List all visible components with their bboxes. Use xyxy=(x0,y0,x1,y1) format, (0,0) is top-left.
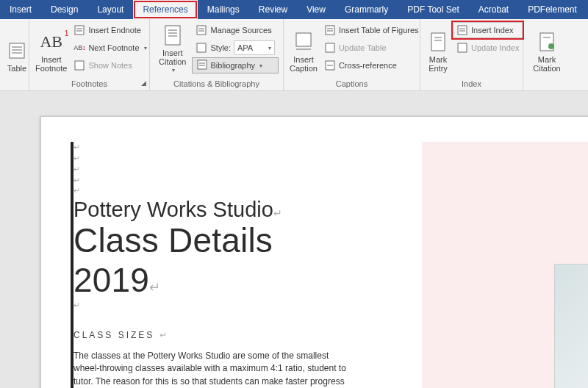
insert-table-of-figures-label: Insert Table of Figures xyxy=(339,26,419,35)
tab-layout[interactable]: Layout xyxy=(87,0,133,19)
next-footnote-label: Next Footnote xyxy=(88,43,139,52)
bibliography-icon xyxy=(197,60,207,71)
mark-citation-icon xyxy=(535,30,559,54)
update-index-label: Update Index xyxy=(471,43,519,52)
doc-title: Class Details 2019↵ xyxy=(74,220,360,300)
tab-references[interactable]: References xyxy=(133,0,197,19)
svg-rect-0 xyxy=(10,43,24,58)
show-notes-icon xyxy=(74,60,85,71)
group-title-captions: Captions xyxy=(284,78,420,90)
mark-citation-button[interactable]: Mark Citation xyxy=(528,22,566,73)
manage-sources-icon xyxy=(196,24,207,36)
citation-icon xyxy=(161,24,184,47)
cross-reference-label: Cross-reference xyxy=(339,61,397,70)
table-of-contents-icon xyxy=(5,39,29,62)
tab-insert[interactable]: Insert xyxy=(0,0,41,19)
svg-rect-7 xyxy=(75,61,84,70)
tab-mailings[interactable]: Mailings xyxy=(198,0,249,19)
svg-rect-30 xyxy=(458,26,467,35)
tab-review[interactable]: Review xyxy=(249,0,297,19)
insert-table-of-figures-button[interactable]: Insert Table of Figures xyxy=(320,22,423,38)
update-table-of-figures-label: Update Table xyxy=(339,43,387,52)
update-index-button[interactable]: Update Index xyxy=(453,40,523,56)
paragraph-marks: ↵↵↵↵↵ xyxy=(74,142,360,196)
vertical-gutter xyxy=(71,142,74,388)
tab-grammarly[interactable]: Grammarly xyxy=(335,0,398,19)
group-title-index: Index xyxy=(420,78,523,90)
insert-footnote-button[interactable]: AB1 Insert Footnote xyxy=(34,22,68,73)
update-table-of-figures-button[interactable]: Update Table xyxy=(320,40,423,56)
tab-design[interactable]: Design xyxy=(41,0,87,19)
cross-reference-icon xyxy=(324,60,336,71)
svg-rect-27 xyxy=(431,33,445,51)
tab-view[interactable]: View xyxy=(297,0,335,19)
update-table-label: Table xyxy=(7,64,26,73)
table-of-figures-icon xyxy=(324,24,336,36)
mark-entry-icon xyxy=(426,30,450,54)
group-title-toa xyxy=(523,78,588,90)
mark-citation-label: Mark Citation xyxy=(533,55,560,73)
tab-acrobat[interactable]: Acrobat xyxy=(469,0,518,19)
style-icon xyxy=(196,42,207,54)
style-label: Style: xyxy=(210,43,231,52)
show-notes-button[interactable]: Show Notes xyxy=(70,57,150,73)
show-notes-label: Show Notes xyxy=(88,61,132,70)
insert-index-button[interactable]: Insert Index xyxy=(453,22,523,38)
doc-subtitle: Pottery Works Studio↵ xyxy=(74,198,360,222)
menu-bar: Insert Design Layout References Mailings… xyxy=(0,0,588,19)
insert-citation-button[interactable]: Insert Citation ▾ xyxy=(154,22,190,73)
chevron-down-icon: ▾ xyxy=(144,45,147,51)
tab-pdfelement[interactable]: PDFelement xyxy=(518,0,587,19)
insert-caption-label: Insert Caption xyxy=(290,55,318,73)
group-title-citations: Citations & Bibliography xyxy=(150,78,283,90)
insert-endnote-label: Insert Endnote xyxy=(88,26,141,35)
group-title-toc xyxy=(0,78,29,90)
svg-rect-19 xyxy=(296,33,311,46)
footnote-icon: AB1 xyxy=(40,30,63,54)
svg-rect-4 xyxy=(75,26,84,35)
insert-caption-button[interactable]: Insert Caption xyxy=(288,22,319,73)
endnote-icon xyxy=(74,24,85,36)
next-footnote-button[interactable]: AB1 Next Footnote ▾ xyxy=(70,40,150,56)
citation-style-select[interactable]: APA ▾ xyxy=(234,40,275,55)
insert-citation-label: Insert Citation xyxy=(159,48,186,67)
page: ◆ POTT ↵↵↵↵↵ Pottery Works Studio↵ Class… xyxy=(40,116,588,388)
update-table-button[interactable]: Table xyxy=(4,22,29,73)
doc-heading-class-sizes: CLASS SIZES ↵ xyxy=(74,330,360,341)
insert-endnote-button[interactable]: Insert Endnote xyxy=(70,22,150,38)
image-placeholder xyxy=(554,264,588,388)
group-title-footnotes: Footnotes ◢ xyxy=(29,78,149,90)
svg-rect-21 xyxy=(326,26,334,35)
doc-body-text: The classes at the Pottery Works Studio … xyxy=(74,350,353,388)
mark-entry-button[interactable]: Mark Entry xyxy=(425,22,451,73)
insert-footnote-label: Insert Footnote xyxy=(35,55,67,73)
chevron-down-icon: ▾ xyxy=(259,62,262,69)
bibliography-button[interactable]: Bibliography ▾ xyxy=(192,57,279,73)
insert-index-label: Insert Index xyxy=(471,26,513,35)
svg-rect-15 xyxy=(197,43,206,52)
next-footnote-icon: AB1 xyxy=(74,42,85,54)
paragraph-marks-2: ↵ xyxy=(74,300,360,311)
svg-rect-24 xyxy=(326,43,334,52)
manage-sources-label: Manage Sources xyxy=(210,26,271,35)
svg-rect-16 xyxy=(198,60,207,69)
update-table-icon xyxy=(324,42,336,54)
svg-point-36 xyxy=(548,43,554,49)
tab-pdf-tool-set[interactable]: PDF Tool Set xyxy=(398,0,468,19)
caption-icon xyxy=(292,30,315,54)
chevron-down-icon: ▾ xyxy=(268,45,271,51)
svg-rect-12 xyxy=(197,26,206,35)
citation-style-row: Style: APA ▾ xyxy=(192,40,279,56)
update-index-icon xyxy=(456,42,468,54)
svg-rect-33 xyxy=(458,43,467,52)
bibliography-label: Bibliography xyxy=(210,61,255,70)
svg-rect-8 xyxy=(165,26,180,45)
manage-sources-button[interactable]: Manage Sources xyxy=(192,22,279,38)
cross-reference-button[interactable]: Cross-reference xyxy=(320,57,423,73)
insert-index-icon xyxy=(456,24,468,36)
citation-style-value: APA xyxy=(237,43,253,52)
footnotes-launcher-icon[interactable]: ◢ xyxy=(141,79,146,87)
document-area[interactable]: ◆ POTT ↵↵↵↵↵ Pottery Works Studio↵ Class… xyxy=(0,91,588,388)
chevron-down-icon: ▾ xyxy=(172,67,175,73)
ribbon: Table AB1 Insert Footnote Insert Endnote… xyxy=(0,19,588,91)
